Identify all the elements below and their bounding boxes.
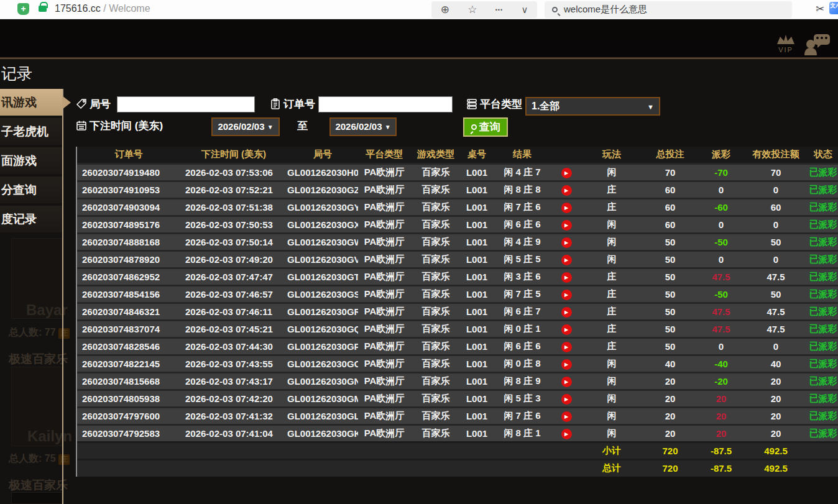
cell-total-bet: 60 <box>643 181 698 198</box>
chevron-down-icon[interactable]: ∨ <box>521 4 528 16</box>
table-row: 260203074792583 2026-02-03 07:41:04 GL00… <box>77 424 838 442</box>
replay-play-icon[interactable]: ▶ <box>561 168 572 178</box>
cell-bet-time: 2026-02-03 07:49:20 <box>180 250 287 268</box>
cell-order-no: 260203074878920 <box>77 250 180 268</box>
game-title: 极速百家乐 <box>9 351 68 367</box>
translate-icon[interactable]: 文A <box>829 2 838 14</box>
cell-valid-bet: 20 <box>745 390 807 407</box>
cell-platform: PA欧洲厅 <box>358 355 410 372</box>
platform-type-label: 平台类型 <box>480 97 522 111</box>
cell-table-no: L001 <box>461 355 492 372</box>
cell-game-type: 百家乐 <box>410 198 461 216</box>
replay-play-icon[interactable]: ▶ <box>561 185 572 196</box>
cell-order-no: 260203074815668 <box>77 372 180 390</box>
bookmark-star-icon[interactable]: ☆ <box>467 3 477 16</box>
replay-play-icon[interactable]: ▶ <box>561 377 572 387</box>
query-button[interactable]: 查询 <box>463 117 508 137</box>
replay-play-icon[interactable]: ▶ <box>561 411 572 422</box>
cell-game-type: 百家乐 <box>410 233 461 250</box>
replay-play-icon[interactable]: ▶ <box>561 255 572 265</box>
url-page: / Welcome <box>103 3 150 14</box>
cell-payout: 47.5 <box>698 268 745 285</box>
vip-button[interactable]: VIP <box>773 34 799 53</box>
cell-total-bet: 50 <box>643 337 698 355</box>
replay-play-icon[interactable]: ▶ <box>561 237 572 248</box>
cell-bet-time: 2026-02-03 07:41:04 <box>180 424 287 442</box>
cell-valid-bet: 40 <box>745 355 807 372</box>
more-options-icon[interactable]: ••• <box>495 7 503 13</box>
cell-bet-time: 2026-02-03 07:42:20 <box>180 390 287 407</box>
cell-round-no: GL001262030H0 <box>287 163 358 181</box>
replay-play-icon[interactable]: ▶ <box>561 429 572 439</box>
cell-status: 已派彩 <box>807 320 838 337</box>
game-title: 极速百家乐 <box>9 477 68 493</box>
sidebar-item-4[interactable]: 度记录 <box>0 206 62 232</box>
cell-total-bet: 70 <box>643 163 698 181</box>
cell-round-no: GL001262030GS <box>287 285 358 303</box>
date-caret-icon: ▼ <box>267 124 274 131</box>
url-site: 175616.cc <box>55 3 101 14</box>
sidebar-item-2[interactable]: 面游戏 <box>0 147 62 174</box>
replay-play-icon[interactable]: ▶ <box>561 324 572 335</box>
customer-service-button[interactable] <box>804 33 831 57</box>
round-no-label: 局号 <box>90 97 111 111</box>
cell-platform: PA欧洲厅 <box>358 424 410 442</box>
cell-play: 闲 <box>581 424 643 442</box>
cell-round-no: GL001262030GO <box>287 355 358 372</box>
round-no-input[interactable] <box>117 96 255 112</box>
order-no-input[interactable] <box>318 96 453 112</box>
cell-round-no: GL001262030GT <box>287 268 358 285</box>
reader-mode-icon[interactable]: ⊕ <box>441 3 449 16</box>
screenshot-scissors-icon[interactable]: ✂ <box>816 2 824 16</box>
replay-play-icon[interactable]: ▶ <box>561 342 572 352</box>
replay-play-icon[interactable]: ▶ <box>561 203 572 213</box>
cell-platform: PA欧洲厅 <box>358 407 410 424</box>
cell-play: 庄 <box>581 181 643 198</box>
cell-round-no: GL001262030GM <box>287 390 358 407</box>
cell-total-bet: 20 <box>643 372 698 390</box>
records-table: 订单号 下注时间 (美东) 局号 平台类型 游戏类型 桌号 结果 玩法 总投注 … <box>76 147 838 477</box>
cell-payout: 0 <box>698 216 745 233</box>
sidebar-item-3[interactable]: 分查询 <box>0 176 62 203</box>
date-to-picker[interactable]: 2026/02/03 ▼ <box>329 117 397 136</box>
cell-order-no: 260203074910953 <box>77 181 180 198</box>
cell-table-no: L001 <box>461 285 492 303</box>
cell-platform: PA欧洲厅 <box>358 268 410 285</box>
replay-play-icon[interactable]: ▶ <box>561 290 572 300</box>
bet-time-label: 下注时间 (美东) <box>90 119 163 133</box>
cell-total-bet: 50 <box>643 250 698 268</box>
cell-payout: -70 <box>698 163 745 181</box>
col-total-bet: 总投注 <box>643 147 698 163</box>
col-replay <box>552 147 581 163</box>
cell-status: 已派彩 <box>807 424 838 442</box>
platform-type-select[interactable]: 1.全部 ▼ <box>525 97 660 116</box>
cell-game-type: 百家乐 <box>410 424 461 442</box>
cell-play: 闲 <box>581 250 643 268</box>
replay-play-icon[interactable]: ▶ <box>561 359 572 370</box>
cell-bet-time: 2026-02-03 07:47:47 <box>180 268 287 285</box>
cell-bet-time: 2026-02-03 07:45:21 <box>180 320 287 337</box>
replay-play-icon[interactable]: ▶ <box>561 220 572 231</box>
query-button-label: 查询 <box>479 120 500 134</box>
cell-game-type: 百家乐 <box>410 268 461 285</box>
cell-order-no: 260203074846321 <box>77 303 180 320</box>
order-no-label: 订单号 <box>283 97 315 111</box>
search-box[interactable]: welcome是什么意思 <box>545 1 792 18</box>
ssl-lock-icon[interactable] <box>39 6 47 12</box>
sidebar-item-1[interactable]: 子老虎机 <box>0 118 62 145</box>
replay-play-icon[interactable]: ▶ <box>561 307 572 318</box>
replay-play-icon[interactable]: ▶ <box>561 272 572 283</box>
cell-total-bet: 60 <box>643 216 698 233</box>
to-label: 至 <box>297 119 308 133</box>
adblock-shield-icon[interactable]: + <box>17 3 29 15</box>
sidebar-item-0[interactable]: 讯游戏 <box>0 89 62 116</box>
table-row: 260203074846321 2026-02-03 07:46:11 GL00… <box>77 303 838 320</box>
betting-records-page: + 175616.cc / Welcome ⊕ ☆ ••• ∨ welcome是… <box>0 0 838 504</box>
table-row: 260203074903094 2026-02-03 07:51:38 GL00… <box>77 198 838 216</box>
date-from-picker[interactable]: 2026/02/03 ▼ <box>211 117 280 136</box>
address-url[interactable]: 175616.cc / Welcome <box>55 3 150 14</box>
replay-play-icon[interactable]: ▶ <box>561 394 572 405</box>
cell-game-type: 百家乐 <box>410 337 461 355</box>
cell-result: 闲 7 庄 5 <box>492 285 552 303</box>
cell-table-no: L001 <box>461 390 492 407</box>
